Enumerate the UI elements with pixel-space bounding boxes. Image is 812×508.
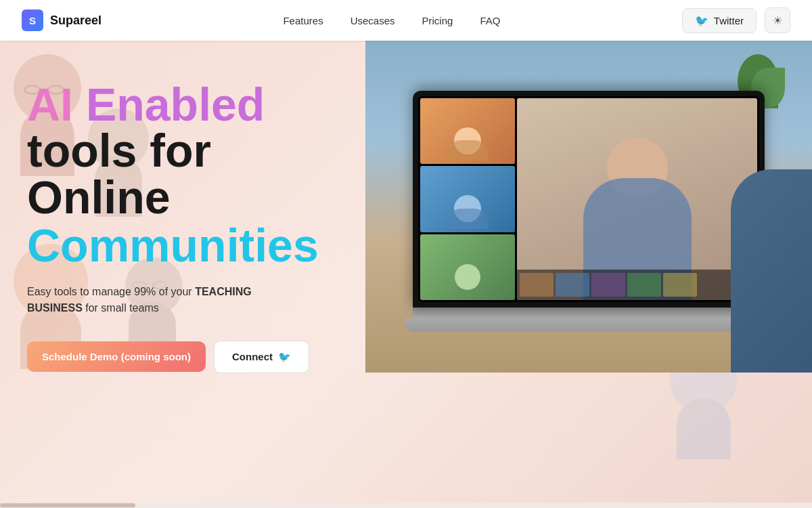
connect-label: Connect [232,351,273,362]
title-communities: Communities [27,221,325,270]
brand-name: Supareel [50,14,102,28]
twitter-bird-icon: 🐦 [278,351,291,363]
title-online: Online [27,173,325,221]
twitter-button[interactable]: 🐦 Twitter [682,8,757,33]
hero-title: AI Enabled tools for Online Communities [27,81,325,270]
hero-buttons: Schedule Demo (coming soon) Connect 🐦 [27,341,325,373]
connect-button[interactable]: Connect 🐦 [214,341,309,373]
hero-content: AI Enabled tools for Online Communities … [0,41,352,373]
title-enabled: Enabled [73,79,265,130]
nav-link-pricing[interactable]: Pricing [422,15,453,26]
nav-link-faq[interactable]: FAQ [480,15,500,26]
nav-right: 🐦 Twitter ☀ [682,7,790,33]
scrollbar-thumb[interactable] [0,503,135,507]
theme-toggle-button[interactable]: ☀ [765,7,790,33]
navbar: S Supareel Features Usecases Pricing FAQ… [0,0,812,41]
title-ai: AI [27,79,73,130]
twitter-icon: 🐦 [695,14,708,27]
nav-link-features[interactable]: Features [283,15,323,26]
nav-brand-group: S Supareel [22,9,102,31]
hero-section: AI Enabled tools for Online Communities … [0,0,812,508]
demo-button[interactable]: Schedule Demo (coming soon) [27,341,206,372]
hero-media-panel [365,41,812,373]
scrollbar-area [0,503,812,508]
media-inner [365,41,812,373]
logo-icon: S [22,9,43,31]
twitter-label: Twitter [714,15,744,26]
nav-links: Features Usecases Pricing FAQ [283,15,500,26]
title-tools-for: tools for [27,125,211,176]
sun-icon: ☀ [773,14,782,27]
nav-link-usecases[interactable]: Usecases [351,15,395,26]
hero-subtitle: Easy tools to manage 99% of your TEACHIN… [27,284,325,316]
